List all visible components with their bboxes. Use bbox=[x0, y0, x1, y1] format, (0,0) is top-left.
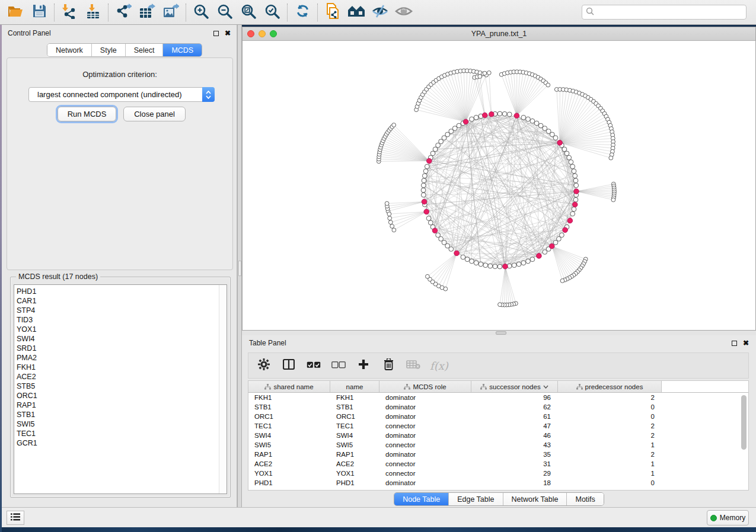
network-node[interactable] bbox=[553, 136, 558, 140]
network-node[interactable] bbox=[474, 261, 479, 265]
table-cell[interactable]: 46 bbox=[471, 431, 558, 440]
tab-style[interactable]: Style bbox=[92, 44, 126, 56]
mcds-result-item[interactable]: PMA2 bbox=[17, 353, 227, 363]
table-cell[interactable]: 2 bbox=[558, 421, 662, 431]
mcds-hub-node[interactable] bbox=[427, 158, 432, 164]
network-node[interactable] bbox=[611, 198, 615, 202]
tab-network[interactable]: Network bbox=[47, 44, 92, 56]
network-node[interactable] bbox=[430, 151, 435, 156]
import-network-button[interactable] bbox=[58, 2, 81, 23]
table-cell[interactable]: STB1 bbox=[330, 402, 379, 412]
refresh-button[interactable] bbox=[291, 2, 314, 23]
table-cell[interactable]: dominator bbox=[379, 450, 471, 459]
table-cell[interactable]: SWI4 bbox=[248, 431, 330, 440]
table-cell[interactable]: YOX1 bbox=[330, 469, 379, 478]
table-cell[interactable]: connector bbox=[379, 421, 471, 431]
table-cell[interactable]: 18 bbox=[471, 478, 558, 488]
network-window-titlebar[interactable]: YPA_prune.txt_1 bbox=[243, 27, 755, 41]
table-cell[interactable]: 2 bbox=[558, 431, 662, 440]
table-row[interactable]: RAP1RAP1dominator352 bbox=[248, 450, 748, 459]
show-all-button[interactable] bbox=[392, 2, 416, 23]
network-node[interactable] bbox=[426, 274, 430, 278]
network-node[interactable] bbox=[521, 261, 526, 265]
table-cell[interactable]: 2 bbox=[558, 393, 662, 402]
column-header-predecessor-nodes[interactable]: predecessor nodes bbox=[558, 381, 662, 392]
mcds-hub-node[interactable] bbox=[567, 218, 573, 223]
network-node[interactable] bbox=[543, 250, 547, 255]
network-node[interactable] bbox=[497, 264, 502, 269]
table-cell[interactable]: SWI5 bbox=[248, 440, 330, 450]
mcds-result-item[interactable]: GCR1 bbox=[17, 438, 227, 448]
mcds-hub-node[interactable] bbox=[489, 112, 495, 117]
mcds-result-item[interactable]: RAP1 bbox=[17, 400, 227, 410]
network-node[interactable] bbox=[457, 123, 461, 128]
network-node[interactable] bbox=[572, 169, 576, 174]
float-panel-icon[interactable] bbox=[732, 341, 737, 346]
table-cell[interactable]: 96 bbox=[471, 393, 558, 402]
network-node[interactable] bbox=[530, 257, 535, 262]
table-cell[interactable]: dominator bbox=[379, 402, 471, 412]
mcds-result-item[interactable]: SWI4 bbox=[17, 334, 227, 344]
table-cell[interactable]: 2 bbox=[558, 450, 662, 459]
mcds-hub-node[interactable] bbox=[432, 228, 438, 233]
mcds-result-item[interactable]: TID3 bbox=[17, 315, 227, 325]
mcds-result-item[interactable]: ORC1 bbox=[17, 391, 227, 400]
network-node[interactable] bbox=[512, 263, 516, 268]
network-node[interactable] bbox=[392, 228, 396, 232]
network-node[interactable] bbox=[487, 71, 491, 75]
table-cell[interactable]: 62 bbox=[471, 402, 558, 412]
mcds-result-item[interactable]: TEC1 bbox=[17, 429, 227, 438]
mcds-result-item[interactable]: STB5 bbox=[17, 382, 227, 391]
table-cell[interactable]: connector bbox=[379, 459, 471, 469]
mcds-hub-node[interactable] bbox=[572, 202, 578, 207]
mcds-hub-node[interactable] bbox=[424, 209, 429, 214]
mcds-result-list[interactable]: PHD1CAR1STP4TID3YOX1SWI4SRD1PMA2FKH1ACE2… bbox=[14, 284, 227, 494]
network-node[interactable] bbox=[465, 257, 470, 262]
table-cell[interactable]: ACE2 bbox=[330, 459, 379, 469]
table-cell[interactable]: 47 bbox=[471, 421, 558, 431]
network-node[interactable] bbox=[470, 117, 474, 121]
network-node[interactable] bbox=[497, 111, 502, 116]
table-cell[interactable]: 0 bbox=[558, 478, 662, 488]
network-node[interactable] bbox=[461, 255, 465, 259]
table-row[interactable]: ORC1ORC1dominator610 bbox=[248, 412, 748, 421]
zoom-out-button[interactable] bbox=[213, 2, 237, 23]
network-node[interactable] bbox=[553, 240, 558, 245]
network-node[interactable] bbox=[530, 118, 535, 123]
export-image-button[interactable] bbox=[159, 2, 183, 23]
mcds-result-item[interactable]: STP4 bbox=[17, 306, 227, 315]
network-node[interactable] bbox=[534, 121, 539, 126]
network-node[interactable] bbox=[388, 220, 393, 225]
horizontal-splitter-handle[interactable] bbox=[496, 331, 506, 335]
table-row[interactable]: ACE2ACE2connector311 bbox=[248, 459, 748, 469]
table-cell[interactable]: TEC1 bbox=[248, 421, 330, 431]
close-panel-icon[interactable]: ✖ bbox=[225, 30, 231, 37]
table-cell[interactable]: PHD1 bbox=[248, 478, 330, 488]
delete-table-button-disabled[interactable] bbox=[405, 357, 422, 374]
table-cell[interactable]: RAP1 bbox=[330, 450, 379, 459]
network-node[interactable] bbox=[526, 259, 531, 264]
mcds-hub-node[interactable] bbox=[482, 113, 487, 118]
apply-function-button-disabled[interactable]: f(x) bbox=[430, 357, 448, 374]
mcds-hub-node[interactable] bbox=[514, 113, 519, 118]
import-table-button[interactable] bbox=[81, 2, 105, 23]
table-row[interactable]: SWI4SWI4dominator462 bbox=[248, 431, 748, 440]
table-cell[interactable]: dominator bbox=[379, 393, 471, 402]
network-node[interactable] bbox=[573, 174, 578, 178]
table-cell[interactable]: 31 bbox=[471, 459, 558, 469]
table-cell[interactable]: 0 bbox=[558, 412, 662, 421]
table-cell[interactable]: 61 bbox=[471, 412, 558, 421]
mcds-hub-node[interactable] bbox=[550, 243, 555, 249]
mcds-hub-node[interactable] bbox=[503, 264, 508, 269]
table-cell[interactable]: 1 bbox=[558, 469, 662, 478]
network-node[interactable] bbox=[570, 164, 575, 169]
select-all-button[interactable] bbox=[305, 357, 322, 374]
network-node[interactable] bbox=[436, 233, 441, 238]
network-node[interactable] bbox=[474, 115, 479, 120]
table-cell[interactable]: FKH1 bbox=[330, 393, 379, 402]
open-file-button[interactable] bbox=[4, 2, 27, 23]
zoom-selected-button[interactable] bbox=[260, 2, 284, 23]
table-cell[interactable]: YOX1 bbox=[248, 469, 330, 478]
table-cell[interactable]: dominator bbox=[379, 478, 471, 488]
network-node[interactable] bbox=[388, 216, 392, 220]
